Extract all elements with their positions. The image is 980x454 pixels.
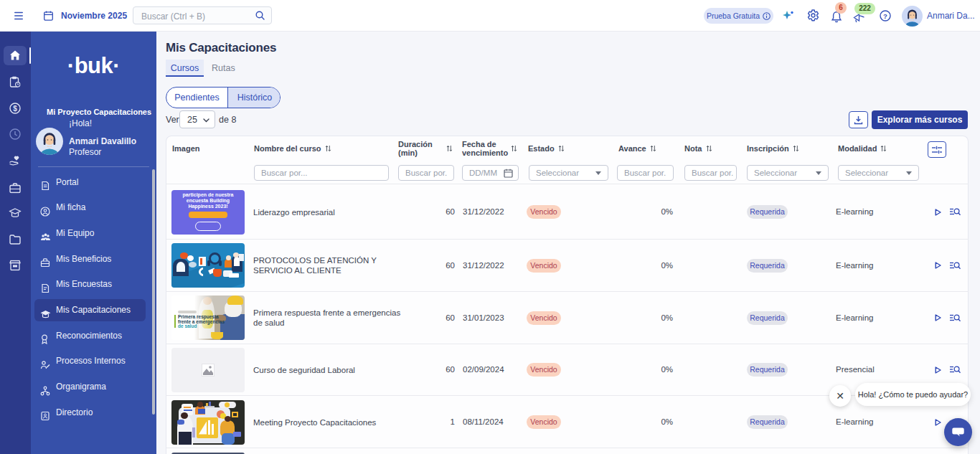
- svg-text:?: ?: [883, 12, 887, 20]
- svg-text:$: $: [13, 105, 17, 113]
